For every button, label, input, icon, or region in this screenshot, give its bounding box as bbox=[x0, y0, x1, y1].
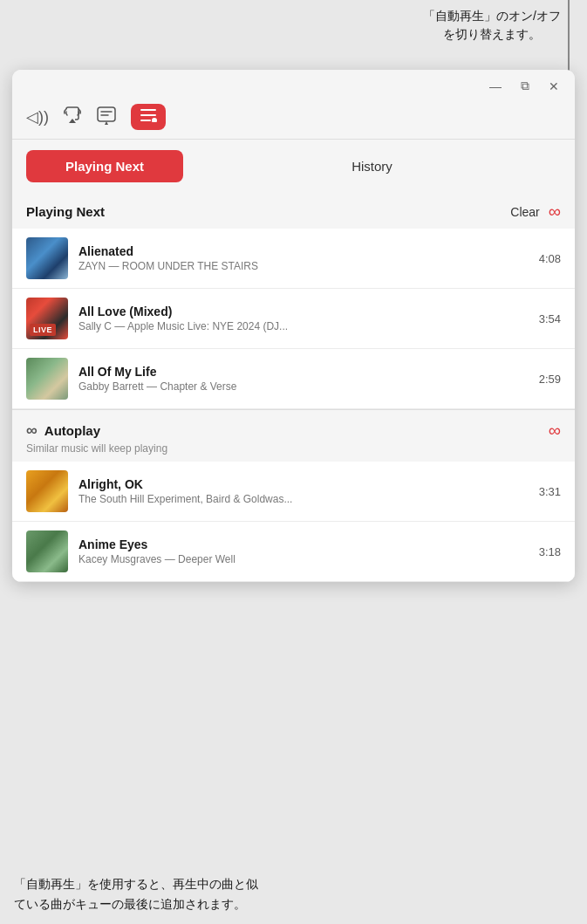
queue-icon[interactable] bbox=[131, 104, 166, 130]
autoplay-header: ∞ Autoplay ∞ bbox=[26, 421, 561, 441]
autoplay-title-text: Autoplay bbox=[44, 423, 100, 438]
track-art-alienated bbox=[26, 237, 68, 279]
autoplay-title: ∞ Autoplay bbox=[26, 421, 100, 440]
track-duration: 3:54 bbox=[539, 312, 561, 325]
maximize-button[interactable]: ⧉ bbox=[517, 77, 533, 95]
track-list: Alienated ZAYN — ROOM UNDER THE STAIRS 4… bbox=[12, 229, 575, 409]
lyrics-icon[interactable] bbox=[96, 106, 117, 129]
toolbar: ◁)) bbox=[12, 99, 575, 140]
track-item[interactable]: LIVE All Love (Mixed) Sally C — Apple Mu… bbox=[12, 289, 575, 349]
track-art-alllife bbox=[26, 358, 68, 400]
volume-icon[interactable]: ◁)) bbox=[26, 107, 49, 127]
track-info: Alright, OK The South Hill Experiment, B… bbox=[78, 477, 532, 505]
track-item[interactable]: All Of My Life Gabby Barrett — Chapter &… bbox=[12, 349, 575, 409]
track-info: Anime Eyes Kacey Musgraves — Deeper Well bbox=[78, 537, 532, 565]
autoplay-track-list: Alright, OK The South Hill Experiment, B… bbox=[12, 462, 575, 582]
track-duration: 3:31 bbox=[539, 485, 561, 498]
autoplay-infinity-icon: ∞ bbox=[26, 421, 38, 440]
music-queue-window: — ⧉ ✕ ◁)) bbox=[12, 70, 575, 582]
track-item[interactable]: Alienated ZAYN — ROOM UNDER THE STAIRS 4… bbox=[12, 229, 575, 289]
track-info: All Of My Life Gabby Barrett — Chapter &… bbox=[78, 365, 532, 393]
track-meta: ZAYN — ROOM UNDER THE STAIRS bbox=[78, 260, 532, 272]
annotation-top: 「自動再生」のオン/オフを切り替えます。 bbox=[423, 7, 561, 44]
autoplay-subtitle: Similar music will keep playing bbox=[26, 442, 561, 455]
annotation-bottom: 「自動再生」を使用すると、再生中の曲と似ている曲がキューの最後に追加されます。 bbox=[14, 874, 573, 914]
clear-button[interactable]: Clear bbox=[510, 205, 539, 219]
tab-playing-next[interactable]: Playing Next bbox=[26, 150, 183, 182]
live-badge: LIVE bbox=[30, 324, 56, 336]
track-name: Alright, OK bbox=[78, 477, 532, 491]
track-meta: Gabby Barrett — Chapter & Verse bbox=[78, 380, 532, 393]
autoplay-toggle-icon[interactable]: ∞ bbox=[549, 202, 561, 222]
track-info: Alienated ZAYN — ROOM UNDER THE STAIRS bbox=[78, 244, 532, 272]
autoplay-toggle-red-icon[interactable]: ∞ bbox=[549, 421, 561, 441]
title-bar: — ⧉ ✕ bbox=[12, 70, 575, 99]
track-meta: The South Hill Experiment, Baird & Goldw… bbox=[78, 493, 532, 505]
close-button[interactable]: ✕ bbox=[545, 78, 563, 95]
minimize-button[interactable]: — bbox=[486, 78, 505, 95]
svg-rect-0 bbox=[98, 107, 115, 121]
tabs-row: Playing Next History bbox=[12, 140, 575, 193]
airplay-icon[interactable] bbox=[63, 106, 82, 128]
section-title: Playing Next bbox=[26, 204, 105, 219]
track-name: All Of My Life bbox=[78, 365, 532, 379]
track-duration: 3:18 bbox=[539, 545, 561, 558]
section-header: Playing Next Clear ∞ bbox=[12, 193, 575, 229]
tab-history[interactable]: History bbox=[183, 150, 561, 182]
track-art-alright bbox=[26, 470, 68, 512]
autoplay-section: ∞ Autoplay ∞ Similar music will keep pla… bbox=[12, 409, 575, 462]
track-duration: 2:59 bbox=[539, 373, 561, 386]
track-art-anime bbox=[26, 530, 68, 572]
track-duration: 4:08 bbox=[539, 252, 561, 265]
track-art-alllove: LIVE bbox=[26, 298, 68, 339]
track-name: All Love (Mixed) bbox=[78, 305, 532, 318]
svg-point-1 bbox=[152, 118, 157, 122]
track-info: All Love (Mixed) Sally C — Apple Music L… bbox=[78, 305, 532, 332]
track-meta: Sally C — Apple Music Live: NYE 2024 (DJ… bbox=[78, 320, 532, 332]
track-item[interactable]: Anime Eyes Kacey Musgraves — Deeper Well… bbox=[12, 522, 575, 582]
track-item[interactable]: Alright, OK The South Hill Experiment, B… bbox=[12, 462, 575, 522]
track-meta: Kacey Musgraves — Deeper Well bbox=[78, 553, 532, 565]
section-actions: Clear ∞ bbox=[510, 202, 561, 222]
track-name: Anime Eyes bbox=[78, 537, 532, 551]
track-name: Alienated bbox=[78, 244, 532, 258]
